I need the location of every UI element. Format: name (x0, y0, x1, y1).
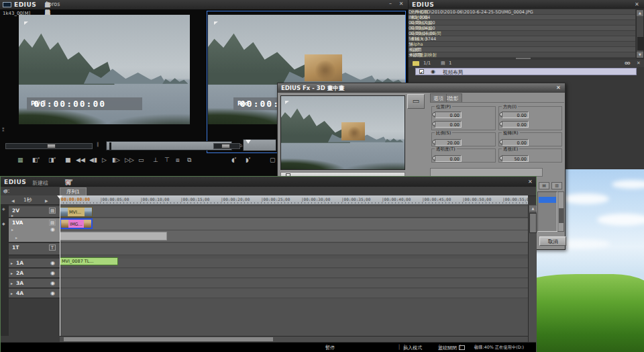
track-expander-icon[interactable]: ▸ (11, 227, 13, 232)
scroll-up-icon[interactable]: ▲ (529, 206, 537, 212)
track-header-3A[interactable]: 3A▸◉ (9, 279, 60, 288)
jog-icon[interactable]: ∥ (97, 142, 99, 147)
dropdown-arrow-icon[interactable]: ▾ (249, 156, 251, 160)
param-value[interactable]: 0.00 (435, 121, 462, 128)
effect-preview[interactable] (280, 95, 405, 170)
dropdown-arrow-icon[interactable]: ▾ (71, 178, 73, 182)
preset-add-button[interactable]: ▤ (539, 182, 549, 189)
param-value[interactable]: 0.00 (435, 112, 462, 118)
next-frame-button[interactable]: ▮▷ (112, 157, 120, 163)
cancel-button[interactable]: 取消 (539, 236, 566, 246)
preset-list-scrollbar[interactable] (557, 191, 564, 232)
rewind-button[interactable]: ◀◀ (76, 157, 85, 163)
dropdown-arrow-icon[interactable]: ▾ (235, 156, 237, 160)
video-channel-icon[interactable]: ▤ (49, 220, 56, 226)
timescale-control[interactable]: ◀ 1秒 ▶ (1, 195, 60, 205)
track-header-1VA[interactable]: 1VA▤▸◉▸ (9, 218, 60, 243)
player-shuttle-handle[interactable] (47, 144, 56, 148)
recorder-shuttle-slider[interactable] (213, 143, 240, 149)
speaker-icon[interactable]: ◉ (50, 290, 55, 296)
track-lane-3A[interactable] (60, 279, 528, 288)
eye-icon[interactable]: ◉ (431, 69, 435, 75)
param-value[interactable]: 0.00 (502, 112, 529, 118)
track-expander-icon[interactable]: ▸ (11, 261, 13, 265)
param-value[interactable]: 0.00 (502, 139, 529, 146)
track-lane-2A[interactable] (60, 269, 528, 278)
insert-to-timeline-button[interactable]: ⊥ (153, 157, 158, 163)
fast-forward-button[interactable]: ▷▷ (125, 157, 134, 163)
overwrite-to-timeline-button[interactable]: ⊤ (164, 157, 170, 163)
palette-resize-grip[interactable] (516, 58, 531, 59)
preset-list[interactable] (537, 191, 557, 232)
match-frame-fwd-button[interactable]: ⧉ (187, 157, 191, 164)
set-in-player-button[interactable]: ◧▾ (32, 157, 38, 163)
playhead-line[interactable] (60, 195, 60, 352)
drive-icon[interactable]: ⊂: (3, 188, 9, 194)
close-icon[interactable]: ✕ (528, 179, 533, 185)
scale-increase-icon[interactable]: ▶ (45, 198, 48, 203)
speaker-icon[interactable]: ◉ (50, 270, 55, 276)
dropdown-arrow-icon[interactable]: ▾ (54, 156, 56, 160)
monitor-tool-icon[interactable]: ▭ (407, 94, 425, 109)
speaker-icon[interactable]: ◉ (50, 260, 55, 266)
dialog-title-bar[interactable]: EDIUS Fx - 3D 畫中畫 ✕ (278, 83, 565, 93)
player-position-marker[interactable] (109, 142, 111, 150)
track-lane-4A[interactable] (60, 289, 528, 298)
preset-selected-row[interactable] (539, 197, 556, 203)
play-button[interactable]: ▷ (102, 157, 107, 163)
speaker-icon[interactable]: ◉ (50, 280, 55, 286)
scroll-up-icon[interactable]: ▲ (637, 10, 643, 16)
track-lane-1A[interactable] (60, 259, 528, 268)
scroll-thumb[interactable] (637, 37, 644, 50)
effect-checkbox[interactable]: ✔ (419, 69, 424, 74)
scroll-down-icon[interactable]: ▼ (637, 52, 643, 58)
timeline-lanes[interactable]: MVI...IMG...MVI_0087 TL... (60, 205, 528, 352)
scroll-thumb[interactable] (64, 337, 273, 341)
track-header-2A[interactable]: 2A▸◉ (9, 269, 60, 278)
palette-scrollbar[interactable]: ▲ ▼ (636, 9, 644, 58)
dropdown-arrow-icon[interactable]: ▾ (38, 156, 40, 160)
tab-6[interactable]: 選項 (430, 93, 447, 103)
player-shuttle-slider[interactable] (5, 143, 93, 149)
scroll-thumb[interactable] (529, 213, 537, 233)
recorder-shuttle-handle[interactable] (221, 144, 230, 148)
track-lane-1T[interactable] (60, 243, 528, 255)
track-header-2V[interactable]: 2V▤▸ (9, 206, 60, 218)
stop-button[interactable]: ■ (65, 157, 71, 163)
timeline-horizontal-scrollbar[interactable] (60, 336, 528, 342)
param-value[interactable]: 20.00 (435, 139, 462, 146)
track-expander-icon[interactable]: ▸ (15, 235, 17, 240)
track-expander-icon[interactable]: ▸ (11, 291, 13, 296)
recorder-position-bar[interactable] (243, 139, 276, 151)
binoculars-icon[interactable]: oo (625, 60, 630, 66)
effect-list-item[interactable]: ✔ ◉ 視頻布局 (415, 68, 637, 75)
param-value[interactable]: 50.00 (502, 155, 529, 162)
timeline-clip[interactable]: MVI_0087 TL... (60, 257, 118, 265)
track-header-1A[interactable]: 1A▸◉ (9, 259, 60, 268)
previous-frame-button[interactable]: ◀▮ (89, 157, 97, 163)
set-in-button[interactable]: ◖▾ (231, 157, 235, 163)
loop-monitor-button[interactable]: ▭ (138, 157, 144, 163)
mixer-bar[interactable] (60, 232, 167, 240)
set-out-player-button[interactable]: ◨▾ (48, 157, 54, 163)
timeline-ruler[interactable]: 00:00:00:00 |00:00:05;00|00:00:10;00|00:… (60, 195, 528, 205)
preset-delete-button[interactable]: ▥ (551, 182, 562, 189)
timeline-title-bar[interactable]: EDIUS 新建檔 ▢▾◱▾▦▾✂⧉⊡▾▭▾✕▾✕▾↶▾↷▾≣▾▬▾T▾♦▩▾⊞… (1, 177, 536, 187)
track-expander-icon[interactable]: ▸ (11, 281, 13, 285)
close-icon[interactable]: ✕ (556, 85, 561, 91)
set-out-button[interactable]: ◗▾ (246, 157, 249, 163)
monitor-mode-icon[interactable]: ▣▾ (65, 179, 71, 185)
scroll-thumb[interactable] (559, 208, 564, 223)
scale-decrease-icon[interactable]: ◀ (11, 198, 15, 203)
sync-lock-icon[interactable]: ⁑ (2, 128, 5, 133)
track-expander-icon[interactable]: ▸ (11, 271, 13, 275)
track-expander-icon[interactable]: ▸ (11, 213, 13, 218)
playhead-marker[interactable] (57, 195, 62, 199)
param-value[interactable]: 0.00 (435, 155, 462, 162)
timeline-clip[interactable]: MVI... (60, 207, 93, 217)
capture-button[interactable]: ▦ (17, 157, 23, 163)
timeline-vertical-scrollbar[interactable]: ▲ ▼ (528, 205, 537, 352)
title-track-icon[interactable]: T (49, 245, 56, 251)
video-channel-icon[interactable]: ▤ (49, 208, 56, 214)
match-frame-back-button[interactable]: ⧈ (176, 157, 180, 164)
